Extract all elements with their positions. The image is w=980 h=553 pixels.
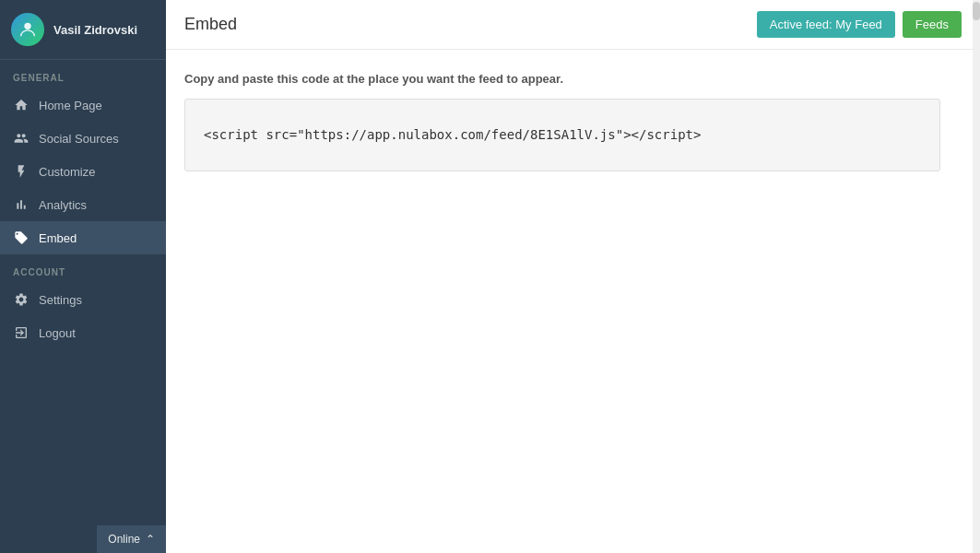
lightning-icon xyxy=(13,163,30,180)
instructions-text: Copy and paste this code at the place yo… xyxy=(184,72,962,86)
home-icon xyxy=(13,97,30,113)
scrollbar-track[interactable] xyxy=(973,0,980,553)
tag-icon xyxy=(13,229,30,246)
active-feed-button[interactable]: Active feed: My Feed xyxy=(757,11,895,38)
sidebar-item-logout[interactable]: Logout xyxy=(0,316,166,349)
sidebar-item-analytics-label: Analytics xyxy=(39,198,87,212)
main-content: Embed Active feed: My Feed Feeds Copy an… xyxy=(166,0,980,553)
sidebar: Vasil Zidrovski GENERAL Home Page Social… xyxy=(0,0,166,553)
sidebar-item-settings-label: Settings xyxy=(39,293,82,307)
bar-chart-icon xyxy=(13,196,30,213)
sidebar-item-embed[interactable]: Embed xyxy=(0,221,166,254)
sidebar-item-embed-label: Embed xyxy=(39,231,77,245)
scrollbar-thumb[interactable] xyxy=(973,2,980,20)
sidebar-item-logout-label: Logout xyxy=(39,326,76,340)
sidebar-item-analytics[interactable]: Analytics xyxy=(0,188,166,221)
svg-point-0 xyxy=(24,23,30,29)
user-section: Vasil Zidrovski xyxy=(0,0,166,60)
feeds-button[interactable]: Feeds xyxy=(903,11,962,38)
chevron-up-icon: ⌃ xyxy=(146,533,155,546)
content-area: Copy and paste this code at the place yo… xyxy=(166,50,980,553)
sidebar-item-home[interactable]: Home Page xyxy=(0,88,166,122)
code-snippet: <script src="https://app.nulabox.com/fee… xyxy=(204,127,701,142)
top-bar-buttons: Active feed: My Feed Feeds xyxy=(757,11,962,38)
avatar xyxy=(11,13,44,46)
sidebar-item-social-sources[interactable]: Social Sources xyxy=(0,122,166,155)
instructions-bold: Copy and paste this code at the place yo… xyxy=(184,72,563,86)
sidebar-item-customize[interactable]: Customize xyxy=(0,155,166,188)
users-icon xyxy=(13,130,30,147)
online-label: Online xyxy=(108,533,140,546)
page-title: Embed xyxy=(184,15,237,34)
gear-icon xyxy=(13,291,30,308)
sidebar-item-social-sources-label: Social Sources xyxy=(39,132,119,146)
top-bar: Embed Active feed: My Feed Feeds xyxy=(166,0,980,50)
online-badge[interactable]: Online ⌃ xyxy=(97,525,166,553)
user-name: Vasil Zidrovski xyxy=(53,23,137,37)
sidebar-item-customize-label: Customize xyxy=(39,165,95,179)
logout-icon xyxy=(13,324,30,341)
sidebar-item-settings[interactable]: Settings xyxy=(0,283,166,316)
general-section-label: GENERAL xyxy=(0,60,166,88)
account-section-label: ACCOUNT xyxy=(0,254,166,283)
sidebar-item-home-label: Home Page xyxy=(39,99,102,112)
code-snippet-box: <script src="https://app.nulabox.com/fee… xyxy=(184,99,940,171)
